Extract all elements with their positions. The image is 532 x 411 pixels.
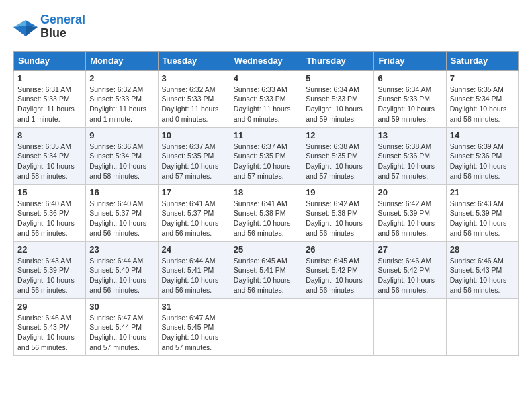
day-info: Sunrise: 6:47 AM Sunset: 5:45 PM Dayligh… bbox=[162, 313, 226, 353]
calendar-cell: 17 Sunrise: 6:41 AM Sunset: 5:37 PM Dayl… bbox=[158, 184, 230, 241]
day-info: Sunrise: 6:33 AM Sunset: 5:33 PM Dayligh… bbox=[234, 85, 298, 124]
day-number: 26 bbox=[306, 244, 370, 255]
day-number: 24 bbox=[162, 244, 226, 255]
day-number: 25 bbox=[234, 244, 298, 255]
calendar-cell: 14 Sunrise: 6:39 AM Sunset: 5:36 PM Dayl… bbox=[446, 127, 518, 184]
column-header-saturday: Saturday bbox=[446, 51, 518, 70]
day-info: Sunrise: 6:41 AM Sunset: 5:38 PM Dayligh… bbox=[234, 199, 298, 238]
day-number: 6 bbox=[378, 73, 442, 83]
calendar-cell: 26 Sunrise: 6:45 AM Sunset: 5:42 PM Dayl… bbox=[302, 241, 374, 298]
page-header: General Blue bbox=[13, 13, 519, 40]
week-row-4: 22 Sunrise: 6:43 AM Sunset: 5:39 PM Dayl… bbox=[14, 241, 519, 298]
day-info: Sunrise: 6:34 AM Sunset: 5:33 PM Dayligh… bbox=[306, 85, 370, 124]
column-header-wednesday: Wednesday bbox=[230, 51, 302, 70]
day-info: Sunrise: 6:43 AM Sunset: 5:39 PM Dayligh… bbox=[450, 199, 515, 238]
week-row-5: 29 Sunrise: 6:46 AM Sunset: 5:43 PM Dayl… bbox=[14, 298, 519, 355]
column-header-thursday: Thursday bbox=[302, 51, 374, 70]
calendar-cell: 10 Sunrise: 6:37 AM Sunset: 5:35 PM Dayl… bbox=[158, 127, 230, 184]
day-number: 10 bbox=[162, 130, 226, 140]
day-number: 30 bbox=[89, 302, 154, 312]
calendar-cell: 16 Sunrise: 6:40 AM Sunset: 5:37 PM Dayl… bbox=[86, 184, 158, 241]
calendar-cell: 28 Sunrise: 6:46 AM Sunset: 5:43 PM Dayl… bbox=[446, 241, 518, 298]
logo-text: General Blue bbox=[40, 13, 85, 40]
calendar-cell: 23 Sunrise: 6:44 AM Sunset: 5:40 PM Dayl… bbox=[86, 241, 158, 298]
day-info: Sunrise: 6:43 AM Sunset: 5:39 PM Dayligh… bbox=[17, 256, 82, 295]
day-number: 31 bbox=[162, 302, 226, 312]
day-number: 27 bbox=[378, 244, 442, 255]
logo-icon bbox=[13, 17, 38, 36]
day-info: Sunrise: 6:46 AM Sunset: 5:43 PM Dayligh… bbox=[450, 256, 515, 295]
day-number: 8 bbox=[17, 130, 82, 140]
calendar-cell: 20 Sunrise: 6:42 AM Sunset: 5:39 PM Dayl… bbox=[374, 184, 446, 241]
calendar-cell: 22 Sunrise: 6:43 AM Sunset: 5:39 PM Dayl… bbox=[14, 241, 86, 298]
day-info: Sunrise: 6:45 AM Sunset: 5:42 PM Dayligh… bbox=[306, 256, 370, 295]
day-number: 20 bbox=[378, 187, 442, 197]
calendar-cell: 12 Sunrise: 6:38 AM Sunset: 5:35 PM Dayl… bbox=[302, 127, 374, 184]
calendar-cell: 11 Sunrise: 6:37 AM Sunset: 5:35 PM Dayl… bbox=[230, 127, 302, 184]
calendar-cell: 18 Sunrise: 6:41 AM Sunset: 5:38 PM Dayl… bbox=[230, 184, 302, 241]
day-info: Sunrise: 6:37 AM Sunset: 5:35 PM Dayligh… bbox=[234, 142, 298, 181]
calendar-cell: 9 Sunrise: 6:36 AM Sunset: 5:34 PM Dayli… bbox=[86, 127, 158, 184]
svg-marker-2 bbox=[26, 26, 38, 36]
day-info: Sunrise: 6:39 AM Sunset: 5:36 PM Dayligh… bbox=[450, 142, 515, 181]
day-info: Sunrise: 6:38 AM Sunset: 5:35 PM Dayligh… bbox=[306, 142, 370, 181]
calendar-cell: 1 Sunrise: 6:31 AM Sunset: 5:33 PM Dayli… bbox=[14, 70, 86, 127]
calendar-cell bbox=[302, 298, 374, 355]
day-number: 28 bbox=[450, 244, 515, 255]
logo: General Blue bbox=[13, 13, 85, 40]
calendar-cell: 15 Sunrise: 6:40 AM Sunset: 5:36 PM Dayl… bbox=[14, 184, 86, 241]
calendar-cell: 31 Sunrise: 6:47 AM Sunset: 5:45 PM Dayl… bbox=[158, 298, 230, 355]
day-info: Sunrise: 6:38 AM Sunset: 5:36 PM Dayligh… bbox=[378, 142, 442, 181]
day-number: 14 bbox=[450, 130, 515, 140]
day-number: 29 bbox=[17, 302, 82, 312]
calendar-cell: 7 Sunrise: 6:35 AM Sunset: 5:34 PM Dayli… bbox=[446, 70, 518, 127]
column-header-monday: Monday bbox=[86, 51, 158, 70]
calendar-cell: 24 Sunrise: 6:44 AM Sunset: 5:41 PM Dayl… bbox=[158, 241, 230, 298]
calendar-cell: 6 Sunrise: 6:34 AM Sunset: 5:33 PM Dayli… bbox=[374, 70, 446, 127]
day-info: Sunrise: 6:35 AM Sunset: 5:34 PM Dayligh… bbox=[450, 85, 515, 124]
column-header-sunday: Sunday bbox=[14, 51, 86, 70]
day-number: 3 bbox=[162, 73, 226, 83]
day-number: 23 bbox=[89, 244, 154, 255]
column-header-tuesday: Tuesday bbox=[158, 51, 230, 70]
day-number: 12 bbox=[306, 130, 370, 140]
day-number: 4 bbox=[234, 73, 298, 83]
svg-marker-3 bbox=[13, 26, 26, 36]
week-row-1: 1 Sunrise: 6:31 AM Sunset: 5:33 PM Dayli… bbox=[14, 70, 519, 127]
calendar-cell: 30 Sunrise: 6:47 AM Sunset: 5:44 PM Dayl… bbox=[86, 298, 158, 355]
day-number: 18 bbox=[234, 187, 298, 197]
day-info: Sunrise: 6:47 AM Sunset: 5:44 PM Dayligh… bbox=[89, 313, 154, 353]
day-info: Sunrise: 6:42 AM Sunset: 5:39 PM Dayligh… bbox=[378, 199, 442, 238]
day-number: 19 bbox=[306, 187, 370, 197]
day-number: 17 bbox=[162, 187, 226, 197]
calendar-cell: 5 Sunrise: 6:34 AM Sunset: 5:33 PM Dayli… bbox=[302, 70, 374, 127]
calendar-cell: 29 Sunrise: 6:46 AM Sunset: 5:43 PM Dayl… bbox=[14, 298, 86, 355]
day-number: 15 bbox=[17, 187, 82, 197]
calendar-cell bbox=[446, 298, 518, 355]
week-row-2: 8 Sunrise: 6:35 AM Sunset: 5:34 PM Dayli… bbox=[14, 127, 519, 184]
calendar-cell: 2 Sunrise: 6:32 AM Sunset: 5:33 PM Dayli… bbox=[86, 70, 158, 127]
calendar-cell: 25 Sunrise: 6:45 AM Sunset: 5:41 PM Dayl… bbox=[230, 241, 302, 298]
day-number: 9 bbox=[89, 130, 154, 140]
calendar-cell: 13 Sunrise: 6:38 AM Sunset: 5:36 PM Dayl… bbox=[374, 127, 446, 184]
calendar-cell: 27 Sunrise: 6:46 AM Sunset: 5:42 PM Dayl… bbox=[374, 241, 446, 298]
day-number: 13 bbox=[378, 130, 442, 140]
day-number: 1 bbox=[17, 73, 82, 83]
day-info: Sunrise: 6:31 AM Sunset: 5:33 PM Dayligh… bbox=[17, 85, 82, 124]
day-info: Sunrise: 6:44 AM Sunset: 5:40 PM Dayligh… bbox=[89, 256, 154, 295]
day-number: 21 bbox=[450, 187, 515, 197]
calendar-cell: 19 Sunrise: 6:42 AM Sunset: 5:38 PM Dayl… bbox=[302, 184, 374, 241]
calendar-cell: 8 Sunrise: 6:35 AM Sunset: 5:34 PM Dayli… bbox=[14, 127, 86, 184]
calendar-cell bbox=[230, 298, 302, 355]
day-info: Sunrise: 6:40 AM Sunset: 5:36 PM Dayligh… bbox=[17, 199, 82, 238]
day-info: Sunrise: 6:35 AM Sunset: 5:34 PM Dayligh… bbox=[17, 142, 82, 181]
day-info: Sunrise: 6:37 AM Sunset: 5:35 PM Dayligh… bbox=[162, 142, 226, 181]
calendar-table: SundayMondayTuesdayWednesdayThursdayFrid… bbox=[13, 51, 519, 356]
day-info: Sunrise: 6:36 AM Sunset: 5:34 PM Dayligh… bbox=[89, 142, 154, 181]
day-info: Sunrise: 6:42 AM Sunset: 5:38 PM Dayligh… bbox=[306, 199, 370, 238]
calendar-cell: 4 Sunrise: 6:33 AM Sunset: 5:33 PM Dayli… bbox=[230, 70, 302, 127]
calendar-cell: 21 Sunrise: 6:43 AM Sunset: 5:39 PM Dayl… bbox=[446, 184, 518, 241]
day-info: Sunrise: 6:32 AM Sunset: 5:33 PM Dayligh… bbox=[162, 85, 226, 124]
column-header-friday: Friday bbox=[374, 51, 446, 70]
day-info: Sunrise: 6:34 AM Sunset: 5:33 PM Dayligh… bbox=[378, 85, 442, 124]
